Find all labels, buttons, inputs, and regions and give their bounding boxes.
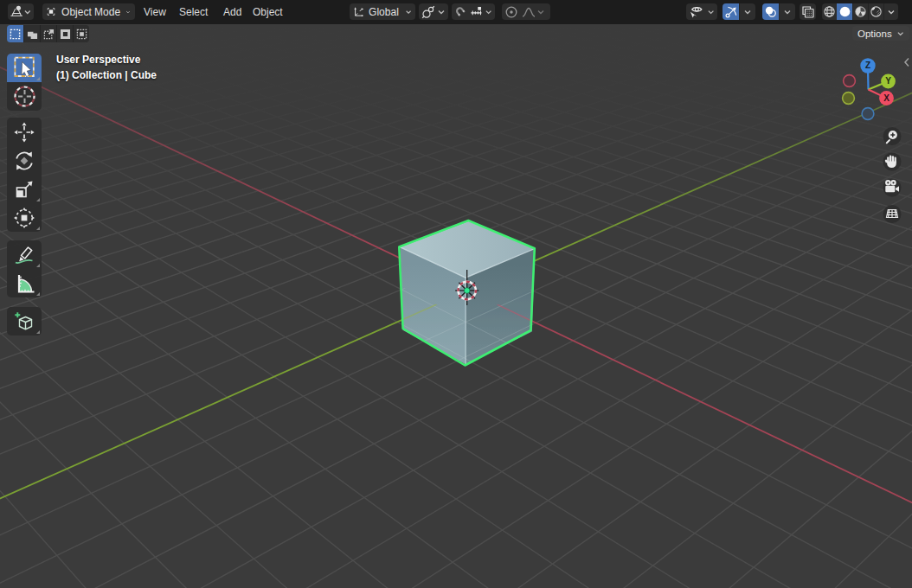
svg-text:Y: Y (885, 76, 891, 86)
svg-text:Z: Z (865, 61, 870, 70)
svg-text:X: X (883, 93, 890, 103)
